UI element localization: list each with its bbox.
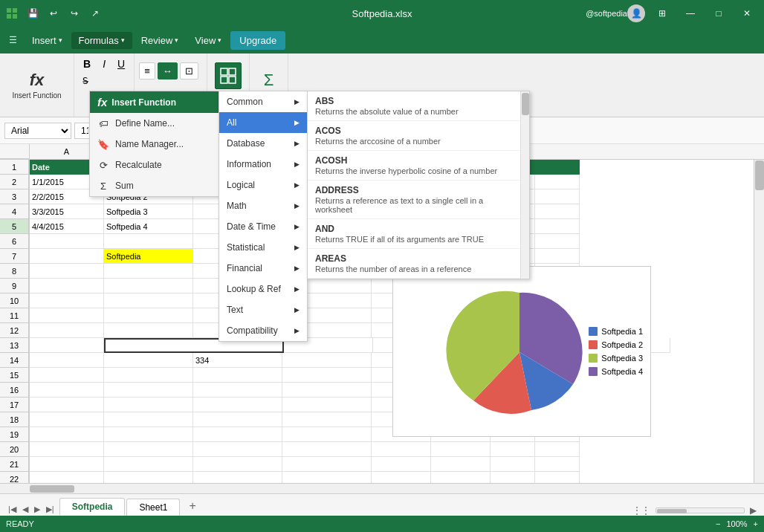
func-scrollbar[interactable] — [520, 91, 529, 279]
grid-cell[interactable] — [535, 249, 580, 264]
user-avatar[interactable]: 👤 — [627, 4, 645, 22]
if-define-name[interactable]: 🏷 Define Name... — [90, 113, 218, 134]
grid-cell[interactable] — [30, 398, 104, 412]
v-scrollbar-thumb[interactable] — [755, 160, 764, 190]
func-item-areas[interactable]: AREASReturns the number of areas in a re… — [308, 249, 520, 279]
grid-cell[interactable] — [431, 472, 491, 483]
grid-cell[interactable] — [535, 234, 580, 249]
menu-upgrade[interactable]: Upgrade — [230, 31, 285, 50]
grid-cell[interactable]: Softpedia 4 — [104, 219, 193, 234]
share-icon[interactable]: ↗ — [89, 7, 101, 19]
grid-cell[interactable]: Softpedia 3 — [104, 204, 193, 219]
add-sheet-button[interactable]: + — [181, 496, 203, 516]
grid-cell[interactable] — [535, 457, 580, 472]
func-item-address[interactable]: ADDRESSReturns a reference as text to a … — [308, 181, 520, 219]
underline-button[interactable]: U — [113, 56, 129, 71]
grid-cell[interactable] — [282, 442, 372, 457]
sheet-first-button[interactable]: |◀ — [6, 503, 19, 516]
grid-cell[interactable] — [30, 457, 104, 472]
sheet-last-button[interactable]: ▶| — [44, 503, 56, 516]
cat-item-lookup-&-ref[interactable]: Lookup & Ref▶ — [219, 279, 307, 299]
func-item-acos[interactable]: ACOSReturns the arccosine of a number — [308, 121, 520, 151]
grid-cell[interactable] — [30, 412, 104, 427]
strikethrough-button[interactable]: S̶ — [79, 74, 92, 88]
grid-cell[interactable] — [535, 442, 580, 457]
grid-cell[interactable] — [193, 457, 282, 472]
grid-cell[interactable] — [30, 308, 104, 323]
grid-cell[interactable] — [104, 293, 193, 308]
bold-button[interactable]: B — [79, 56, 95, 71]
cat-item-common[interactable]: Common▶ — [219, 91, 307, 112]
grid-cell[interactable] — [282, 457, 372, 472]
close-button[interactable]: ✕ — [736, 2, 758, 25]
grid-cell[interactable] — [535, 472, 580, 483]
redo-icon[interactable]: ↪ — [68, 7, 80, 19]
font-select[interactable]: Arial — [4, 123, 71, 139]
h-scrollbar-thumb[interactable] — [30, 485, 74, 493]
grid-cell[interactable] — [491, 472, 535, 483]
grid-cell[interactable] — [372, 472, 431, 483]
italic-button[interactable]: I — [98, 56, 110, 71]
grid-cell[interactable] — [104, 264, 193, 279]
grid-cell[interactable] — [104, 427, 193, 442]
grid-cell[interactable] — [30, 323, 104, 338]
if-name-manager[interactable]: 🔖 Name Manager... — [90, 134, 218, 155]
grid-cell[interactable] — [535, 189, 580, 204]
menu-formulas[interactable]: Formulas ▾ — [71, 32, 132, 49]
cat-item-date-&-time[interactable]: Date & Time▶ — [219, 216, 307, 237]
grid-cell[interactable] — [104, 353, 193, 368]
grid-cell[interactable]: 4/4/2015 — [30, 219, 104, 234]
grid-cell[interactable] — [104, 442, 193, 457]
grid-cell[interactable] — [104, 412, 193, 427]
sheet-scrollbar[interactable] — [655, 507, 745, 513]
grid-cell[interactable] — [535, 175, 580, 189]
wrap-button[interactable]: ↔ — [158, 62, 178, 80]
grid-cell[interactable] — [30, 338, 104, 353]
sheet-tab-sheet1[interactable]: Sheet1 — [126, 499, 180, 516]
grid-cell[interactable] — [282, 353, 372, 368]
grid-cell[interactable] — [30, 368, 104, 383]
cat-item-text[interactable]: Text▶ — [219, 299, 307, 320]
func-item-acosh[interactable]: ACOSHReturns the inverse hyperbolic cosi… — [308, 151, 520, 181]
grid-cell[interactable] — [104, 383, 193, 398]
insert-function-button[interactable]: fx Insert Function — [9, 56, 64, 114]
grid-cell[interactable] — [372, 457, 431, 472]
horizontal-scrollbar[interactable] — [0, 483, 764, 493]
grid-cell[interactable] — [104, 323, 193, 338]
grid-cell[interactable] — [30, 234, 104, 249]
grid-cell[interactable] — [193, 412, 282, 427]
grid-cell[interactable] — [282, 412, 372, 427]
grid-cell[interactable] — [30, 442, 104, 457]
grid-cell[interactable] — [282, 472, 372, 483]
sheet-prev-button[interactable]: ◀ — [20, 503, 30, 516]
grid-cell[interactable] — [30, 279, 104, 293]
hamburger-menu[interactable]: ☰ — [3, 32, 23, 48]
merge-button[interactable]: ⊡ — [180, 62, 198, 80]
grid-cell[interactable] — [282, 427, 372, 442]
menu-view[interactable]: View ▾ — [187, 32, 229, 49]
if-sum[interactable]: Σ Sum — [90, 175, 218, 196]
grid-cell[interactable] — [30, 383, 104, 398]
menu-review[interactable]: Review ▾ — [134, 32, 187, 49]
grid-cell[interactable] — [282, 398, 372, 412]
sheet-next-button[interactable]: ▶ — [32, 503, 42, 516]
cat-item-database[interactable]: Database▶ — [219, 133, 307, 154]
zoom-out-button[interactable]: − — [716, 519, 720, 528]
grid-cell[interactable] — [491, 442, 535, 457]
grid-button[interactable]: ⊞ — [651, 2, 673, 25]
grid-cell[interactable] — [104, 234, 193, 249]
cat-item-all[interactable]: All▶ — [219, 112, 307, 133]
grid-cell[interactable] — [431, 457, 491, 472]
sheet-tab-softpedia[interactable]: Softpedia — [59, 498, 126, 516]
zoom-in-button[interactable]: + — [754, 519, 758, 528]
save-icon[interactable]: 💾 — [27, 7, 39, 19]
maximize-button[interactable]: □ — [708, 2, 730, 25]
grid-cell[interactable] — [431, 442, 491, 457]
grid-cell[interactable] — [193, 398, 282, 412]
sheet-scroll-thumb[interactable] — [657, 509, 687, 513]
grid-cell[interactable] — [282, 368, 372, 383]
cat-item-math[interactable]: Math▶ — [219, 195, 307, 216]
grid-cell[interactable] — [104, 279, 193, 293]
grid-cell[interactable] — [193, 442, 282, 457]
grid-cell[interactable] — [193, 383, 282, 398]
